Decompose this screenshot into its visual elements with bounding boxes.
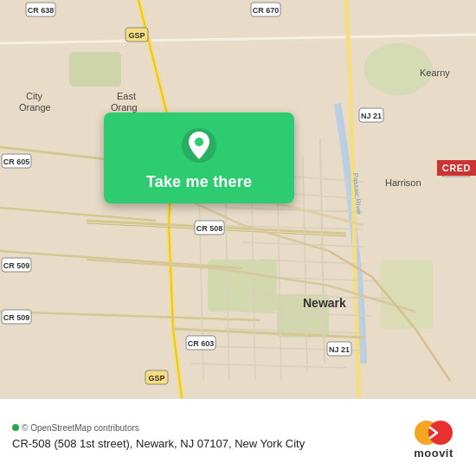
svg-text:NJ 21: NJ 21: [329, 345, 350, 354]
svg-text:Harrison: Harrison: [385, 177, 421, 188]
svg-text:GSP: GSP: [128, 31, 145, 40]
svg-text:CR 508: CR 508: [196, 224, 223, 233]
bottom-left-section: © OpenStreetMap contributors CR-508 (508…: [12, 423, 403, 452]
osm-text: © OpenStreetMap contributors: [22, 423, 139, 433]
svg-text:GSP: GSP: [148, 374, 164, 383]
address-text: CR-508 (508 1st street), Newark, NJ 0710…: [12, 436, 403, 452]
svg-text:City: City: [26, 91, 42, 101]
svg-text:Newark: Newark: [303, 296, 346, 310]
svg-text:CR 603: CR 603: [188, 339, 215, 348]
svg-text:CR 509: CR 509: [3, 313, 30, 322]
osm-dot: [12, 424, 19, 431]
map-container: CR 638 CR 670 GSP CR 605 NJ 21 CR 507 CR…: [0, 0, 476, 398]
svg-text:CR 605: CR 605: [3, 158, 30, 166]
location-pin-icon: [180, 126, 218, 164]
svg-point-66: [195, 138, 203, 146]
moovit-icon: [411, 415, 456, 447]
svg-text:CR 509: CR 509: [3, 261, 30, 270]
svg-text:NJ 21: NJ 21: [361, 112, 382, 120]
moovit-logo: moovit: [403, 415, 464, 460]
svg-rect-2: [69, 52, 121, 87]
svg-text:CR 670: CR 670: [253, 6, 280, 15]
svg-text:Orang: Orang: [111, 102, 138, 113]
osm-attribution: © OpenStreetMap contributors: [12, 423, 403, 433]
cred-badge: CRED: [437, 160, 476, 176]
svg-text:East: East: [117, 91, 136, 101]
svg-text:CR 638: CR 638: [28, 6, 55, 15]
moovit-wordmark: moovit: [414, 447, 453, 460]
bottom-bar: © OpenStreetMap contributors CR-508 (508…: [0, 398, 476, 476]
svg-text:Orange: Orange: [19, 102, 51, 113]
svg-text:Kearny: Kearny: [420, 68, 450, 78]
callout-overlay[interactable]: Take me there: [104, 113, 294, 203]
take-me-there-button[interactable]: Take me there: [146, 173, 252, 191]
svg-point-68: [428, 421, 453, 445]
